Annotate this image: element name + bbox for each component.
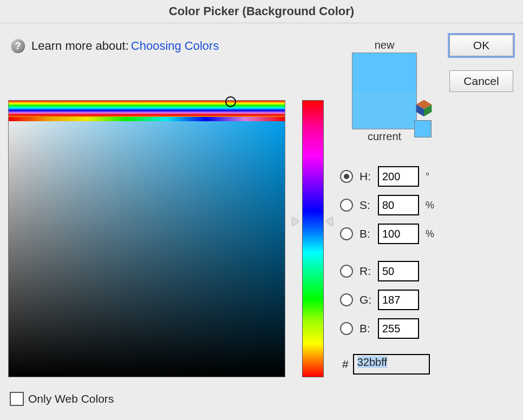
green-row: G: — [340, 290, 419, 310]
saturation-brightness-field[interactable] — [8, 100, 285, 377]
hue-input[interactable] — [378, 166, 419, 187]
green-radio[interactable] — [340, 293, 353, 306]
new-label: new — [338, 39, 430, 51]
only-web-colors-row: Only Web Colors — [10, 392, 114, 406]
window-title: Color Picker (Background Color) — [0, 0, 523, 23]
hue-pointer-left-icon[interactable] — [292, 217, 299, 226]
new-color-swatch — [352, 53, 416, 91]
help-icon[interactable]: ? — [11, 39, 25, 53]
saturation-radio[interactable] — [340, 199, 353, 212]
blue-input[interactable] — [378, 318, 419, 339]
saturation-row: S: % — [340, 195, 434, 215]
mini-swatch[interactable] — [414, 120, 432, 137]
red-label: R: — [359, 265, 371, 278]
swatch-pair — [352, 52, 417, 129]
red-radio[interactable] — [340, 265, 353, 278]
current-color-swatch[interactable] — [352, 91, 416, 129]
brightness-row: B: % — [340, 224, 434, 244]
help-prefix: Learn more about: — [31, 39, 129, 53]
cancel-button[interactable]: Cancel — [449, 70, 513, 92]
brightness-radio[interactable] — [340, 227, 353, 240]
saturation-unit: % — [426, 200, 434, 211]
color-cursor-icon[interactable] — [225, 96, 236, 107]
choosing-colors-link[interactable]: Choosing Colors — [131, 39, 219, 53]
sb-rainbow-strip — [9, 101, 285, 117]
brightness-label: B: — [359, 227, 371, 240]
help-row: ? Learn more about: Choosing Colors — [11, 39, 219, 53]
only-web-colors-label: Only Web Colors — [28, 392, 114, 405]
hex-prefix: # — [342, 358, 349, 371]
sb-rainbow-strip-2 — [9, 117, 285, 121]
hue-pointer-right-icon[interactable] — [326, 217, 332, 226]
blue-row: B: — [340, 318, 419, 339]
ok-button[interactable]: OK — [449, 35, 513, 56]
hue-row: H: ° — [340, 166, 429, 187]
hue-label: H: — [359, 170, 371, 183]
brightness-unit: % — [426, 228, 434, 240]
color-cube-icon[interactable] — [415, 99, 433, 117]
brightness-input[interactable] — [378, 224, 419, 244]
blue-label: B: — [359, 322, 371, 335]
red-row: R: — [340, 261, 419, 281]
saturation-label: S: — [359, 199, 371, 212]
hue-radio[interactable] — [340, 170, 353, 183]
hex-row: # 32bbff — [342, 354, 430, 375]
only-web-colors-checkbox[interactable] — [10, 392, 24, 406]
blue-radio[interactable] — [340, 322, 353, 335]
hue-unit: ° — [426, 171, 429, 182]
green-input[interactable] — [378, 290, 419, 310]
saturation-input[interactable] — [378, 195, 419, 215]
red-input[interactable] — [378, 261, 419, 281]
hue-slider[interactable] — [302, 100, 324, 377]
green-label: G: — [359, 293, 371, 306]
hex-input[interactable]: 32bbff — [353, 354, 430, 375]
